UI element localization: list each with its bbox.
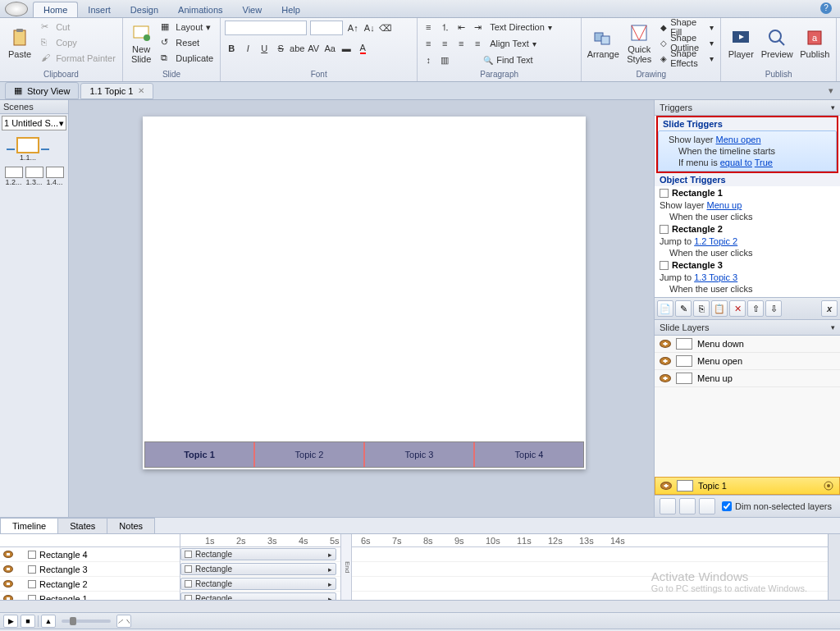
timeline-zoom-slider[interactable]	[62, 620, 111, 623]
trigger-selected[interactable]: Show layer Menu open When the timeline s…	[658, 130, 837, 171]
font-color-button[interactable]: A	[355, 41, 370, 56]
layer-row[interactable]: Menu up	[655, 370, 840, 387]
close-tab-icon[interactable]: ✕	[138, 86, 144, 95]
case-button[interactable]: Aa	[322, 41, 337, 56]
publish-button[interactable]: a Publish	[797, 20, 833, 67]
layer-row[interactable]: Menu open	[655, 353, 840, 370]
timeline-object-row[interactable]: Rectangle 2	[0, 577, 180, 592]
move-up-button[interactable]: ⇧	[747, 300, 764, 317]
slide-layers-header[interactable]: Slide Layers▾	[655, 320, 840, 336]
play-button[interactable]: ▶	[3, 615, 18, 628]
shadow-button[interactable]: abe	[290, 41, 304, 56]
new-layer-button[interactable]	[660, 498, 676, 514]
copy-trigger-button[interactable]: ⎘	[693, 300, 710, 317]
align-right-button[interactable]: ≡	[454, 36, 468, 51]
paste-trigger-button[interactable]: 📋	[711, 300, 728, 317]
trigger-val-link[interactable]: True	[755, 158, 773, 167]
zoom-out-button[interactable]: ▲	[41, 615, 56, 628]
slide-canvas[interactable]: Topic 1 Topic 2 Topic 3 Topic 4	[69, 100, 654, 517]
trigger-target-link[interactable]: Menu open	[715, 135, 760, 144]
bullets-button[interactable]: ≡	[421, 20, 436, 34]
eye-icon[interactable]	[660, 482, 672, 490]
edit-trigger-button[interactable]: ✎	[675, 300, 692, 317]
tab-overflow-icon[interactable]: ▾	[829, 85, 840, 96]
scene-thumb[interactable]	[5, 167, 23, 178]
variables-button[interactable]: x	[821, 300, 838, 317]
grow-font-button[interactable]: A↑	[345, 21, 360, 35]
player-button[interactable]: Player	[724, 20, 757, 67]
clear-format-button[interactable]: ⌫	[378, 21, 393, 35]
duplicate-layer-button[interactable]	[679, 498, 696, 514]
scene-thumb[interactable]	[25, 167, 43, 178]
topic-cell-2[interactable]: Topic 2	[255, 442, 365, 467]
tab-home[interactable]: Home	[33, 2, 78, 17]
delete-trigger-button[interactable]: ✕	[729, 300, 746, 317]
timeline-ruler[interactable]: 1s2s3s4s5s6s7s8s9s10s11s12s13s14s	[180, 534, 828, 547]
text-direction-button[interactable]: Text Direction ▾	[486, 20, 555, 34]
timeline-track[interactable]: Rectangle▸	[180, 592, 828, 600]
format-painter-button[interactable]: 🖌Format Painter	[38, 51, 119, 66]
justify-button[interactable]: ≡	[470, 36, 485, 51]
timeline-track[interactable]: Rectangle▸	[180, 577, 828, 592]
font-size-combo[interactable]	[310, 21, 343, 35]
quick-styles-button[interactable]: Quick Styles	[623, 20, 655, 67]
tab-insert[interactable]: Insert	[78, 2, 121, 17]
spacing-button[interactable]: AV	[306, 41, 321, 56]
tab-slide[interactable]: 1.1 Topic 1✕	[80, 83, 153, 99]
outdent-button[interactable]: ⇤	[454, 20, 468, 34]
gear-icon[interactable]	[823, 480, 834, 492]
new-slide-button[interactable]: New Slide	[126, 20, 156, 67]
tab-timeline[interactable]: Timeline	[0, 518, 58, 533]
layer-row[interactable]: Menu down	[655, 336, 840, 353]
dim-checkbox[interactable]: Dim non-selected layers	[722, 501, 832, 511]
bold-button[interactable]: B	[224, 41, 239, 56]
numbering-button[interactable]: ⒈	[437, 20, 452, 34]
stop-button[interactable]: ■	[21, 615, 35, 628]
trigger-item[interactable]: Jump to 1.2 Topic 2	[655, 235, 840, 247]
timeline-object-row[interactable]: Rectangle 1	[0, 592, 180, 600]
highlight-button[interactable]: ▬	[339, 41, 354, 56]
tab-notes[interactable]: Notes	[107, 518, 155, 533]
reset-button[interactable]: ↺Reset	[158, 35, 217, 50]
trigger-item[interactable]: Jump to 1.3 Topic 3	[655, 272, 840, 283]
eye-icon[interactable]	[660, 357, 671, 365]
scene-thumb[interactable]	[46, 167, 64, 178]
triggers-header[interactable]: Triggers▾	[655, 100, 840, 116]
indent-button[interactable]: ⇥	[470, 20, 485, 34]
layout-button[interactable]: ▦Layout ▾	[158, 20, 217, 34]
shrink-font-button[interactable]: A↓	[362, 21, 377, 35]
scene-thumb-selected[interactable]	[16, 137, 39, 153]
tab-design[interactable]: Design	[121, 2, 168, 17]
trigger-object-header[interactable]: Rectangle 3	[655, 258, 840, 272]
columns-button[interactable]: ▥	[437, 53, 452, 67]
base-layer-row[interactable]: Topic 1	[655, 477, 840, 495]
shape-effects-button[interactable]: ◈ Shape Effects ▾	[657, 51, 717, 66]
paste-button[interactable]: Paste	[3, 20, 36, 67]
italic-button[interactable]: I	[240, 41, 255, 56]
delete-layer-button[interactable]	[699, 498, 715, 514]
topic-cell-4[interactable]: Topic 4	[475, 442, 583, 467]
topic-cell-3[interactable]: Topic 3	[365, 442, 475, 467]
move-down-button[interactable]: ⇩	[765, 300, 782, 317]
duplicate-button[interactable]: ⧉Duplicate	[158, 51, 217, 66]
timeline-hscroll[interactable]	[0, 600, 840, 612]
timeline-tracks[interactable]: 1s2s3s4s5s6s7s8s9s10s11s12s13s14s Rectan…	[180, 534, 828, 600]
tab-animations[interactable]: Animations	[168, 2, 232, 17]
font-family-combo[interactable]	[225, 21, 307, 35]
preview-button[interactable]: Preview	[759, 20, 795, 67]
strike-button[interactable]: S	[273, 41, 288, 56]
timeline-vscroll[interactable]	[828, 534, 840, 600]
copy-button[interactable]: ⎘Copy	[38, 35, 119, 50]
align-center-button[interactable]: ≡	[437, 36, 452, 51]
slide[interactable]: Topic 1 Topic 2 Topic 3 Topic 4	[143, 117, 586, 469]
timeline-object-row[interactable]: Rectangle 4	[0, 547, 180, 562]
trigger-object-header[interactable]: Rectangle 1	[655, 186, 840, 199]
help-icon[interactable]: ?	[820, 2, 832, 14]
timeline-track[interactable]: Rectangle▸	[180, 562, 828, 577]
arrange-button[interactable]: Arrange	[585, 20, 621, 67]
topic-cell-1[interactable]: Topic 1	[145, 442, 255, 467]
timeline-object-row[interactable]: Rectangle 3	[0, 562, 180, 577]
align-text-button[interactable]: Align Text ▾	[486, 36, 540, 51]
tab-view[interactable]: View	[233, 2, 272, 17]
trigger-item[interactable]: Show layer Menu up	[655, 199, 840, 211]
